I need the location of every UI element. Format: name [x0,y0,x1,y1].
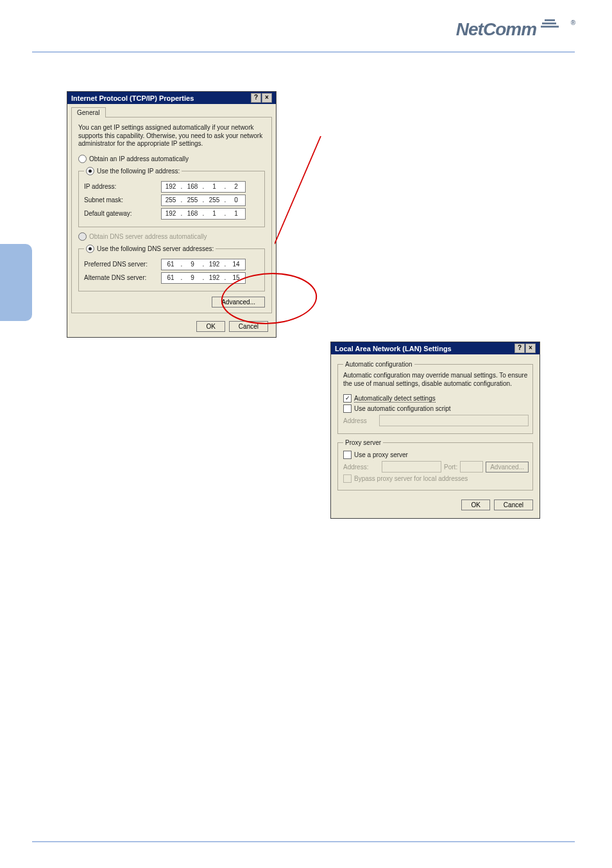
figure-area: Internet Protocol (TCP/IP) Properties ? … [32,53,575,611]
radio-label: Obtain DNS server address automatically [89,233,207,240]
preferred-dns-label: Preferred DNS server: [84,261,161,268]
tab-general[interactable]: General [71,107,106,117]
logo-swoosh-icon [541,19,566,32]
checkbox-label: Automatically detect settings [354,395,436,403]
script-address-input [379,415,529,426]
radio-icon [78,155,87,163]
autoconf-desc: Automatic configuration may override man… [343,372,529,388]
proxy-port-input [460,461,483,473]
autoconf-legend: Automatic configuration [343,361,414,368]
dialog-buttons: OK Cancel [337,496,533,516]
ip-address-label: IP address: [84,183,161,190]
radio-use-ip[interactable]: Use the following IP address: [86,167,180,175]
radio-label: Use the following DNS server addresses: [97,245,214,252]
radio-obtain-dns: Obtain DNS server address automatically [78,232,265,241]
default-gateway-input[interactable]: 192. 168. 1. 1 [161,208,246,220]
proxy-port-label: Port: [444,464,457,471]
dns-fieldset: Use the following DNS server addresses: … [78,243,265,291]
checkbox-icon [343,394,352,403]
checkbox-autoscript[interactable]: Use automatic configuration script [343,404,529,413]
checkbox-label: Use automatic configuration script [354,405,451,412]
tab-panel: You can get IP settings assigned automat… [71,117,272,313]
proxy-address-input [382,461,441,473]
proxy-fieldset: Proxy server Use a proxy server Address:… [337,439,533,490]
brand-name: NetComm [456,19,536,39]
radio-icon [86,245,94,253]
page-side-tab [0,244,32,321]
radio-icon [78,232,87,241]
subnet-mask-input[interactable]: 255. 255. 255. 0 [161,195,246,206]
radio-obtain-ip[interactable]: Obtain an IP address automatically [78,155,265,163]
proxy-address-label: Address: [343,464,379,471]
dialog-buttons: OK Cancel [67,317,276,337]
dialog-titlebar: Local Area Network (LAN) Settings ? × [331,342,540,354]
checkbox-icon [343,451,352,459]
proxy-advanced-button: Advanced... [486,462,529,473]
dialog-title: Local Area Network (LAN) Settings [335,345,452,352]
ok-button[interactable]: OK [461,499,489,510]
dialog-titlebar: Internet Protocol (TCP/IP) Properties ? … [67,92,276,104]
lan-settings-dialog: Local Area Network (LAN) Settings ? × Au… [330,342,540,519]
radio-icon [86,167,94,175]
address-label: Address [343,417,379,424]
alternate-dns-input[interactable]: 61. 9. 192. 15 [161,272,246,284]
preferred-dns-input[interactable]: 61. 9. 192. 14 [161,259,246,270]
close-button[interactable]: × [262,93,272,103]
callout-arrow-icon [275,136,332,245]
tab-strip: General [67,104,276,117]
description-text: You can get IP settings assigned automat… [78,124,265,148]
cancel-button[interactable]: Cancel [494,499,533,510]
cancel-button[interactable]: Cancel [229,321,268,332]
radio-label: Use the following IP address: [97,168,180,175]
registered-mark: ® [571,19,575,26]
header: NetComm ® [32,19,575,50]
subnet-mask-label: Subnet mask: [84,196,161,204]
radio-label: Obtain an IP address automatically [89,155,189,162]
autoconf-fieldset: Automatic configuration Automatic config… [337,361,533,434]
radio-use-dns[interactable]: Use the following DNS server addresses: [86,245,214,253]
ok-button[interactable]: OK [196,321,225,332]
ip-fieldset: Use the following IP address: IP address… [78,166,265,227]
advanced-button[interactable]: Advanced... [212,297,265,308]
checkbox-bypass: Bypass proxy server for local addresses [343,474,529,483]
checkbox-icon [343,404,352,413]
checkbox-label: Bypass proxy server for local addresses [354,475,468,482]
help-button[interactable]: ? [514,343,525,353]
footer-rule [32,841,575,842]
proxy-legend: Proxy server [343,439,383,446]
checkbox-useproxy[interactable]: Use a proxy server [343,451,529,459]
svg-line-0 [275,136,321,244]
dialog-title: Internet Protocol (TCP/IP) Properties [71,94,194,102]
alternate-dns-label: Alternate DNS server: [84,274,161,281]
help-button[interactable]: ? [251,93,261,103]
checkbox-autodetect[interactable]: Automatically detect settings [343,394,529,403]
default-gateway-label: Default gateway: [84,210,161,217]
ip-address-input[interactable]: 192. 168. 1. 2 [161,181,246,193]
checkbox-icon [343,474,352,483]
brand-logo: NetComm ® [456,19,575,40]
tcpip-properties-dialog: Internet Protocol (TCP/IP) Properties ? … [67,91,276,338]
checkbox-label: Use a proxy server [354,451,408,458]
close-button[interactable]: × [525,343,536,353]
